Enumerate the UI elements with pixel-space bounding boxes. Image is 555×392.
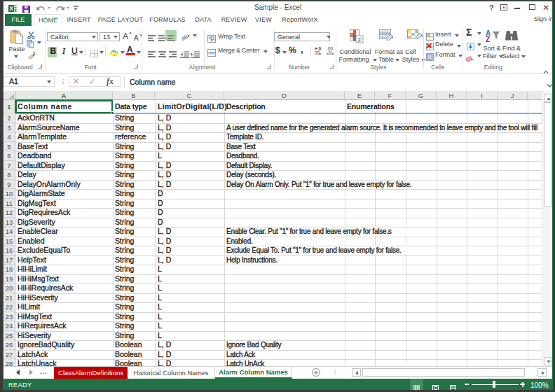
svg-text:Z: Z (486, 36, 490, 42)
svg-text:00: 00 (315, 50, 320, 55)
svg-text:0: 0 (329, 50, 331, 55)
svg-text:A: A (134, 34, 139, 41)
svg-text:A: A (123, 31, 128, 40)
svg-text:≠: ≠ (358, 36, 362, 43)
svg-text:ab: ab (180, 33, 189, 41)
